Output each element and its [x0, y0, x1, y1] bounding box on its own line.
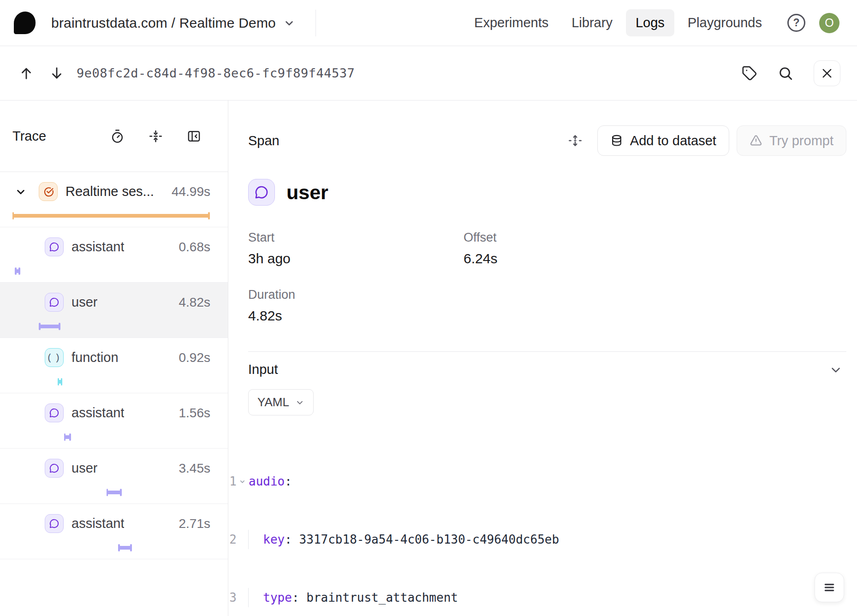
nav-item-playgrounds[interactable]: Playgrounds — [678, 9, 772, 36]
chat-bubble-icon — [248, 179, 275, 206]
field-offset: Offset 6.24s — [464, 231, 846, 267]
chevron-down-icon — [295, 398, 304, 407]
chevron-down-icon[interactable] — [15, 186, 27, 198]
timeline-bar — [107, 491, 121, 494]
fold-vertical-icon[interactable] — [149, 129, 163, 143]
trace-toolbar: 9e08fc2d-c84d-4f98-8ec6-fc9f89f44537 — [0, 46, 857, 101]
code-line: 2 key: 3317cb18-9a54-4c06-b130-c49640dc6… — [228, 530, 846, 549]
span-panel: Span Add to dataset — [228, 101, 857, 616]
timer-icon[interactable] — [110, 129, 125, 143]
span-name: user — [286, 181, 328, 204]
trace-panel-title: Trace — [12, 129, 46, 144]
trace-row-function[interactable]: ( ) function 0.92s — [0, 338, 228, 393]
trace-row-assistant[interactable]: assistant 2.71s — [0, 504, 228, 559]
fold-chevron-icon[interactable] — [237, 472, 248, 485]
code-line: 1 audio: — [228, 472, 846, 491]
nav-items: Experiments Library Logs Playgrounds — [464, 9, 772, 36]
breadcrumb[interactable]: braintrustdata.com / Realtime Demo — [51, 15, 276, 31]
timeline-bar — [15, 269, 20, 273]
collapse-chevron-down-icon[interactable] — [829, 363, 843, 377]
chat-bubble-icon — [45, 237, 64, 256]
close-icon[interactable] — [814, 60, 840, 86]
chat-bubble-icon — [45, 403, 64, 422]
try-prompt-button[interactable]: Try prompt — [737, 125, 846, 156]
section-divider — [248, 351, 846, 352]
breadcrumb-chevron-down-icon[interactable] — [283, 17, 295, 29]
nav-item-logs[interactable]: Logs — [626, 9, 674, 36]
prev-trace-arrow-up-icon[interactable] — [18, 65, 34, 81]
trace-row-user[interactable]: user 3.45s — [0, 449, 228, 504]
timeline-bar — [39, 325, 60, 328]
timeline-bar — [65, 435, 71, 439]
field-duration: Duration 4.82s — [248, 288, 464, 324]
help-icon[interactable]: ? — [787, 14, 805, 32]
braintrust-logo-icon — [14, 12, 36, 34]
code-line: 3 type: braintrust_attachment — [228, 588, 846, 607]
trace-panel-header: Trace — [0, 101, 228, 172]
nav-item-experiments[interactable]: Experiments — [464, 9, 558, 36]
session-check-icon — [39, 182, 58, 201]
span-panel-title: Span — [248, 133, 280, 148]
avatar[interactable]: O — [819, 13, 839, 33]
field-start: Start 3h ago — [248, 231, 464, 267]
format-select[interactable]: YAML — [248, 389, 314, 415]
next-trace-arrow-down-icon[interactable] — [49, 65, 65, 81]
database-icon — [610, 134, 623, 147]
trace-row-realtime-session[interactable]: Realtime ses... 44.99s — [0, 172, 228, 227]
input-section-title: Input — [248, 362, 278, 377]
input-section-header[interactable]: Input — [248, 362, 846, 377]
trace-row-assistant[interactable]: assistant 0.68s — [0, 227, 228, 283]
tag-icon[interactable] — [742, 65, 757, 81]
yaml-code-block[interactable]: 1 audio: 2 key: 3317cb18-9a54-4c06-b130-… — [228, 433, 846, 616]
chat-bubble-icon — [45, 459, 64, 478]
warning-triangle-icon — [750, 134, 762, 147]
search-icon[interactable] — [778, 65, 793, 81]
nav-divider — [315, 10, 316, 36]
timeline-bar — [13, 214, 209, 218]
top-nav: braintrustdata.com / Realtime Demo Exper… — [0, 0, 857, 46]
trace-id: 9e08fc2d-c84d-4f98-8ec6-fc9f89f44537 — [77, 66, 355, 80]
function-parentheses-icon: ( ) — [45, 348, 64, 367]
chat-bubble-icon — [45, 514, 64, 533]
chat-bubble-icon — [45, 293, 64, 312]
trace-row-user[interactable]: user 4.82s — [0, 283, 228, 338]
span-fields: Start 3h ago Offset 6.24s Duration 4.82s — [248, 231, 846, 324]
timeline-bar — [58, 380, 62, 384]
trace-row-assistant[interactable]: assistant 1.56s — [0, 393, 228, 449]
menu-hamburger-icon[interactable] — [815, 573, 844, 602]
resize-vertical-icon[interactable] — [568, 133, 583, 148]
timeline-bar — [119, 546, 131, 550]
add-to-dataset-button[interactable]: Add to dataset — [597, 125, 729, 156]
trace-panel: Trace — [0, 101, 228, 616]
nav-item-library[interactable]: Library — [562, 9, 622, 36]
panel-collapse-icon[interactable] — [187, 129, 201, 143]
app-window: braintrustdata.com / Realtime Demo Exper… — [0, 0, 857, 616]
